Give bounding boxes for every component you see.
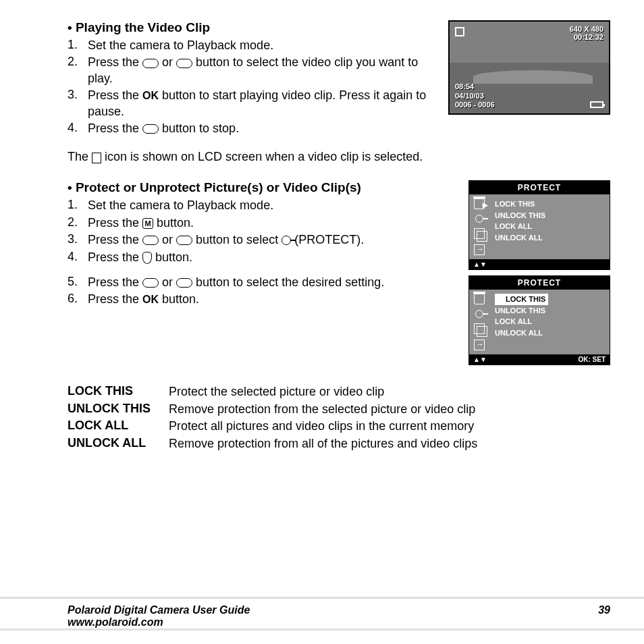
def-term: UNLOCK ALL (68, 436, 169, 452)
lcd-preview: 640 X 480 00:12:32 08:54 04/10/03 0006 -… (448, 20, 610, 115)
film-icon (92, 153, 101, 163)
key-icon (475, 310, 483, 318)
battery-icon (590, 101, 603, 108)
def-desc: Protect all pictures and video clips in … (169, 419, 610, 434)
footer-url: www.polaroid.com (68, 616, 250, 628)
def-term: LOCK ALL (68, 419, 169, 434)
def-desc: Protect the selected picture or video cl… (169, 384, 610, 400)
menu-header: PROTECT (469, 276, 610, 290)
copy-icon (474, 323, 485, 334)
step-p2: Press the M button. (88, 215, 468, 231)
step-p4: Press the button. (88, 250, 468, 265)
film-icon-note: The icon is shown on LCD screen when a v… (68, 150, 610, 164)
lcd-date: 04/10/03 (455, 92, 495, 101)
protect-menu-2: PROTECT LOCK THIS UNLOCK THIS LOCK ALL U… (468, 275, 610, 365)
right-button-icon (176, 236, 192, 245)
step-4: Press the button to stop. (88, 121, 610, 136)
menu-header: PROTECT (469, 181, 610, 194)
menu-option: LOCK ALL (495, 316, 604, 327)
left-button-icon (142, 236, 159, 245)
down-button-icon (142, 252, 152, 264)
menu-option-selected: LOCK THIS (495, 294, 548, 305)
protect-key-icon (281, 236, 291, 245)
copy-icon (474, 228, 485, 239)
menu-option: LOCK THIS (495, 198, 604, 210)
def-term: LOCK THIS (68, 384, 169, 400)
step-1: Set the camera to Playback mode. (88, 38, 441, 53)
step-3: Press the OK button to start playing vid… (88, 88, 441, 119)
left-button-icon (142, 278, 159, 288)
step-p6: Press the OK button. (88, 292, 468, 307)
menu-option: UNLOCK ALL (495, 327, 604, 339)
def-desc: Remove protection from the selected pict… (169, 402, 610, 417)
lcd-duration: 00:12:32 (570, 33, 603, 41)
step-p5: Press the or button to select the desire… (88, 275, 468, 290)
footer-title: Polaroid Digital Camera User Guide (68, 604, 250, 616)
lcd-count: 0006 - 0006 (455, 101, 495, 109)
ok-label: OK (142, 90, 159, 101)
page-number: 39 (598, 604, 610, 628)
menu-option: UNLOCK ALL (495, 232, 604, 244)
menu-option: LOCK ALL (495, 221, 604, 232)
def-desc: Remove protection from all of the pictur… (169, 436, 610, 452)
left-button-icon (142, 59, 159, 68)
menu-button-icon: M (142, 218, 153, 229)
lcd-resolution: 640 X 480 (570, 25, 603, 33)
protect-menu-1: PROTECT ▶ LOCK THIS UNLOCK THIS LOCK ALL… (468, 180, 610, 270)
nav-arrows: ▲▼ (473, 261, 487, 268)
cursor-icon: ▶ (483, 200, 488, 210)
menu-option: UNLOCK THIS (495, 210, 604, 221)
right-button-icon (176, 278, 192, 288)
transfer-icon (474, 244, 485, 255)
left-button-icon (142, 124, 159, 134)
nav-arrows: ▲▼ (473, 356, 487, 363)
step-p3: Press the or button to select (PROTECT). (88, 232, 468, 248)
ok-set-label: OK: SET (578, 356, 606, 363)
def-term: UNLOCK THIS (68, 402, 169, 417)
step-p1: Set the camera to Playback mode. (88, 198, 468, 213)
film-indicator-icon (455, 27, 464, 36)
transfer-icon (474, 340, 485, 350)
lcd-time: 08:54 (455, 82, 495, 91)
ok-label: OK (142, 294, 159, 305)
menu-option: UNLOCK THIS (495, 305, 604, 317)
page-footer: Polaroid Digital Camera User Guide www.p… (0, 597, 644, 630)
key-icon (475, 215, 483, 223)
trash-icon (474, 294, 485, 304)
step-2: Press the or button to select the video … (88, 55, 441, 86)
right-button-icon (176, 59, 192, 68)
